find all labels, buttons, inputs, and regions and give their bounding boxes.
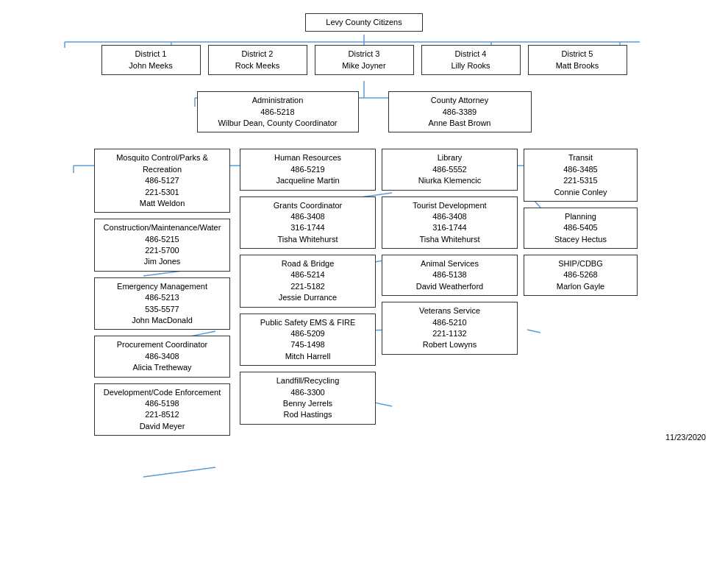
dept-public-safety: Public Safety EMS & FIRE 486-5209 745-14… (240, 314, 376, 367)
dept-development-phone1: 486-5198 (99, 398, 225, 409)
district-2-label: District 2 (213, 49, 302, 60)
dept-hr-phone1: 486-5219 (245, 164, 371, 175)
dept-tourist-title: Tourist Development (387, 200, 513, 211)
org-chart: Levy County Citizens District 1 John Mee… (0, 0, 728, 449)
dept-road: Road & Bridge 486-5214 221-5182 Jessie D… (240, 255, 376, 308)
dept-tourist-person: Tisha Whitehurst (387, 234, 513, 245)
dept-grants-person: Tisha Whitehurst (245, 234, 371, 245)
dept-animal: Animal Services 486-5138 David Weatherfo… (382, 255, 518, 296)
dept-animal-title: Animal Services (387, 258, 513, 269)
dept-emergency-phone1: 486-5213 (99, 292, 225, 303)
admin-person: Wilbur Dean, County Coordinator (202, 118, 354, 129)
dept-veterans: Veterans Service 486-5210 221-1132 Rober… (382, 302, 518, 355)
dept-grants-phone2: 316-1744 (245, 222, 371, 233)
dept-construction-person: Jim Jones (99, 256, 225, 267)
attorney-person: Anne Bast Brown (393, 118, 527, 129)
dept-emergency: Emergency Management 486-5213 535-5577 J… (94, 277, 230, 330)
dept-col-4: Transit 486-3485 221-5315 Connie Conley … (524, 149, 638, 302)
dept-landfill: Landfill/Recycling 486-3300 Benny Jerrel… (240, 372, 376, 425)
dept-planning-person: Stacey Hectus (529, 234, 632, 245)
dept-mosquito: Mosquito Control/Parks & Recreation 486-… (94, 149, 230, 213)
dept-veterans-phone2: 221-1132 (387, 328, 513, 339)
dept-emergency-phone2: 535-5577 (99, 304, 225, 315)
district-4: District 4 Lilly Rooks (421, 45, 521, 75)
district-2: District 2 Rock Meeks (208, 45, 307, 75)
dept-public-safety-person: Mitch Harrell (245, 351, 371, 362)
dept-library-phone1: 486-5552 (387, 164, 513, 175)
district-3: District 3 Mike Joyner (315, 45, 414, 75)
dept-planning-title: Planning (529, 211, 632, 222)
dept-veterans-phone1: 486-5210 (387, 317, 513, 328)
dept-grants-title: Grants Coordinator (245, 200, 371, 211)
dept-transit-title: Transit (529, 152, 632, 163)
dept-public-safety-phone2: 745-1498 (245, 339, 371, 350)
dept-road-title: Road & Bridge (245, 258, 371, 269)
dept-transit-person: Connie Conley (529, 187, 632, 198)
dept-road-phone2: 221-5182 (245, 281, 371, 292)
admin-phone: 486-5218 (202, 107, 354, 118)
dept-landfill-persons: Benny Jerrels Rod Hastings (245, 398, 371, 421)
dept-construction-phone1: 486-5215 (99, 234, 225, 245)
attorney-phone: 486-3389 (393, 107, 527, 118)
dept-emergency-person: John MacDonald (99, 315, 225, 326)
dept-procurement-phone1: 486-3408 (99, 351, 225, 362)
dept-public-safety-title: Public Safety EMS & FIRE (245, 317, 371, 328)
district-3-name: Mike Joyner (320, 60, 409, 71)
dept-hr-title: Human Resources (245, 152, 371, 163)
attorney-title: County Attorney (393, 95, 527, 106)
district-4-label: District 4 (427, 49, 515, 60)
district-2-name: Rock Meeks (213, 60, 302, 71)
dept-animal-person: David Weatherford (387, 281, 513, 292)
dept-road-phone1: 486-5214 (245, 269, 371, 280)
dept-emergency-title: Emergency Management (99, 281, 225, 292)
dept-grants-phone1: 486-3408 (245, 211, 371, 222)
root-label: Levy County Citizens (326, 18, 402, 26)
dept-ship-person: Marlon Gayle (529, 281, 632, 292)
dept-library-title: Library (387, 152, 513, 163)
dept-col-2: Human Resources 486-5219 Jacqueline Mart… (240, 149, 376, 430)
dept-veterans-person: Robert Lowyns (387, 339, 513, 350)
admin-title: Administration (202, 95, 354, 106)
dept-mosquito-title: Mosquito Control/Parks & Recreation (99, 152, 225, 175)
district-5: District 5 Matt Brooks (528, 45, 627, 75)
dept-col-1: Mosquito Control/Parks & Recreation 486-… (90, 149, 234, 442)
dept-ship: SHIP/CDBG 486-5268 Marlon Gayle (524, 255, 638, 296)
dept-landfill-phone1: 486-3300 (245, 387, 371, 398)
dept-public-safety-phone1: 486-5209 (245, 328, 371, 339)
dept-development-title: Development/Code Enforcement (99, 387, 225, 398)
dept-library: Library 486-5552 Niurka Klemencic (382, 149, 518, 190)
dept-construction-title: Construction/Maintenance/Water (99, 222, 225, 233)
district-1-name: John Meeks (107, 60, 196, 71)
dept-tourist: Tourist Development 486-3408 316-1744 Ti… (382, 196, 518, 249)
dept-mosquito-phone1: 486-5127 (99, 175, 225, 186)
dept-mosquito-person: Matt Weldon (99, 198, 225, 209)
district-1: District 1 John Meeks (101, 45, 201, 75)
dept-procurement-person: Alicia Tretheway (99, 362, 225, 373)
dept-ship-title: SHIP/CDBG (529, 258, 632, 269)
dept-tourist-phone2: 316-1744 (387, 222, 513, 233)
root-node: Levy County Citizens (305, 13, 423, 32)
attorney-node: County Attorney 486-3389 Anne Bast Brown (388, 91, 532, 132)
district-5-label: District 5 (533, 49, 622, 60)
dept-planning: Planning 486-5405 Stacey Hectus (524, 208, 638, 249)
dept-development-person: David Meyer (99, 421, 225, 432)
dept-transit-phone1: 486-3485 (529, 164, 632, 175)
dept-tourist-phone1: 486-3408 (387, 211, 513, 222)
dept-planning-phone1: 486-5405 (529, 222, 632, 233)
admin-node: Administration 486-5218 Wilbur Dean, Cou… (197, 91, 359, 132)
dept-hr-person: Jacqueline Martin (245, 175, 371, 186)
dept-transit-phone2: 221-5315 (529, 175, 632, 186)
dept-hr: Human Resources 486-5219 Jacqueline Mart… (240, 149, 376, 190)
dept-transit: Transit 486-3485 221-5315 Connie Conley (524, 149, 638, 202)
district-3-label: District 3 (320, 49, 409, 60)
dept-grants: Grants Coordinator 486-3408 316-1744 Tis… (240, 196, 376, 249)
dept-development: Development/Code Enforcement 486-5198 22… (94, 383, 230, 436)
dept-road-person: Jessie Durrance (245, 292, 371, 303)
dept-library-person: Niurka Klemencic (387, 175, 513, 186)
dept-landfill-title: Landfill/Recycling (245, 375, 371, 386)
dept-construction: Construction/Maintenance/Water 486-5215 … (94, 219, 230, 272)
dept-procurement: Procurement Coordinator 486-3408 Alicia … (94, 336, 230, 377)
district-5-name: Matt Brooks (533, 60, 622, 71)
dept-mosquito-phone2: 221-5301 (99, 187, 225, 198)
dept-animal-phone1: 486-5138 (387, 269, 513, 280)
